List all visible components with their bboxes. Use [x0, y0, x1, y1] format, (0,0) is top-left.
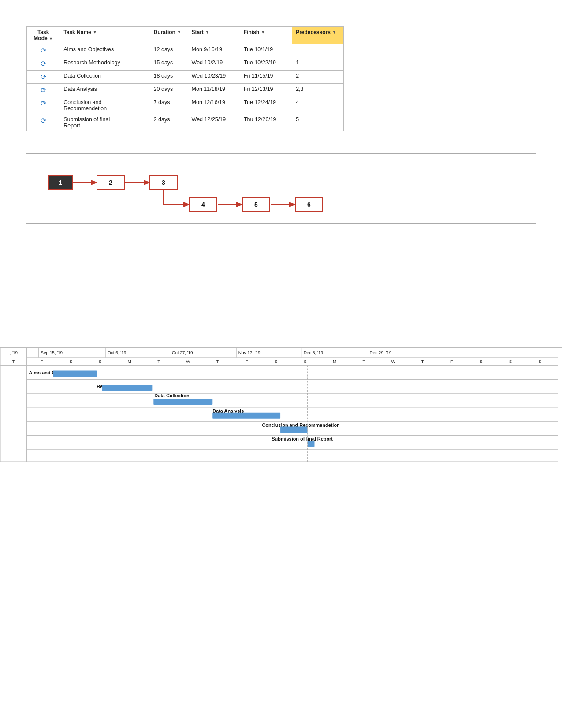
- task-name-cell: Data Collection: [60, 71, 150, 84]
- svg-text:T: T: [421, 359, 424, 364]
- predecessors-cell: 5: [292, 114, 344, 131]
- svg-text:S: S: [69, 359, 72, 364]
- task-mode-cell: ⟳: [27, 114, 60, 131]
- table-row: ⟳Research Methodology15 daysWed 10/2/19T…: [27, 57, 344, 71]
- svg-text:S: S: [275, 359, 278, 364]
- svg-text:Oct 27, '19: Oct 27, '19: [172, 350, 193, 355]
- start-cell: Mon 11/18/19: [188, 84, 240, 97]
- svg-text:S: S: [538, 359, 541, 364]
- svg-rect-8: [150, 175, 177, 190]
- svg-rect-12: [242, 198, 270, 212]
- svg-text:Submission of final Report: Submission of final Report: [272, 436, 333, 441]
- start-cell: Wed 10/23/19: [188, 71, 240, 84]
- predecessors-dropdown-arrow[interactable]: ▼: [332, 30, 336, 34]
- col-header-finish: Finish ▼: [240, 27, 292, 44]
- svg-rect-63: [53, 371, 97, 377]
- predecessors-cell: 1: [292, 57, 344, 71]
- col-header-start: Start ▼: [188, 27, 240, 44]
- col-header-task-mode: TaskMode ▼: [27, 27, 60, 44]
- svg-text:T: T: [216, 359, 219, 364]
- task-mode-icon: ⟳: [41, 60, 46, 67]
- finish-cell: Tue 10/1/19: [240, 44, 292, 57]
- task-name-cell: Data Analysis: [60, 84, 150, 97]
- task-name-dropdown-arrow[interactable]: ▼: [93, 30, 97, 34]
- svg-text:Dec 8, '19: Dec 8, '19: [304, 350, 324, 355]
- svg-rect-14: [295, 198, 323, 212]
- col-header-predecessors: Predecessors ▼: [292, 27, 344, 44]
- table-row: ⟳Conclusion and Recommendetion7 daysMon …: [27, 97, 344, 114]
- finish-cell: Thu 12/26/19: [240, 114, 292, 131]
- svg-text:W: W: [391, 359, 395, 364]
- task-mode-icon: ⟳: [41, 117, 46, 124]
- finish-dropdown-arrow[interactable]: ▼: [261, 30, 265, 34]
- svg-text:Sep 15, '19: Sep 15, '19: [41, 350, 63, 355]
- finish-cell: Fri 11/15/19: [240, 71, 292, 84]
- table-row: ⟳Data Collection18 daysWed 10/23/19Fri 1…: [27, 71, 344, 84]
- task-mode-cell: ⟳: [27, 57, 60, 71]
- col-header-task-name: Task Name ▼: [60, 27, 150, 44]
- task-name-cell: Conclusion and Recommendetion: [60, 97, 150, 114]
- svg-text:6: 6: [307, 201, 311, 208]
- svg-rect-31: [0, 358, 558, 366]
- svg-text:T: T: [363, 359, 365, 364]
- task-mode-dropdown-arrow[interactable]: ▼: [49, 37, 53, 41]
- finish-cell: Fri 12/13/19: [240, 84, 292, 97]
- svg-text:Nov 17, '19: Nov 17, '19: [238, 350, 261, 355]
- duration-cell: 20 days: [150, 84, 188, 97]
- svg-text:F: F: [450, 359, 453, 364]
- svg-text:5: 5: [254, 201, 258, 208]
- network-diagram-section: 1 2 3 4 5 6: [26, 153, 536, 224]
- svg-text:S: S: [99, 359, 102, 364]
- task-mode-cell: ⟳: [27, 97, 60, 114]
- svg-rect-73: [308, 441, 315, 447]
- svg-text:2: 2: [109, 179, 112, 186]
- svg-text:, '19: , '19: [10, 350, 18, 355]
- task-name-cell: Aims and Objectives: [60, 44, 150, 57]
- svg-rect-17: [0, 348, 558, 358]
- predecessors-cell: 4: [292, 97, 344, 114]
- task-mode-icon: ⟳: [41, 86, 46, 94]
- table-row: ⟳Submission of final Report2 daysWed 12/…: [27, 114, 344, 131]
- predecessors-cell: [292, 44, 344, 57]
- finish-cell: Tue 10/22/19: [240, 57, 292, 71]
- svg-rect-10: [190, 198, 217, 212]
- svg-rect-61: [0, 366, 27, 462]
- predecessors-cell: 2: [292, 71, 344, 84]
- svg-text:3: 3: [162, 179, 165, 186]
- start-cell: Wed 10/2/19: [188, 57, 240, 71]
- svg-text:M: M: [333, 359, 336, 364]
- svg-rect-6: [97, 175, 124, 190]
- task-name-cell: Submission of final Report: [60, 114, 150, 131]
- svg-text:Dec 29, '19: Dec 29, '19: [370, 350, 392, 355]
- task-mode-cell: ⟳: [27, 44, 60, 57]
- svg-text:M: M: [128, 359, 131, 364]
- duration-cell: 12 days: [150, 44, 188, 57]
- svg-text:4: 4: [201, 201, 205, 208]
- svg-rect-71: [280, 427, 308, 433]
- gantt-chart: , '19 Sep 15, '19 Oct 6, '19 Oct 27, '19…: [0, 347, 562, 462]
- task-mode-icon: ⟳: [41, 73, 46, 81]
- svg-text:S: S: [480, 359, 483, 364]
- svg-rect-66: [153, 399, 212, 405]
- start-cell: Wed 12/25/19: [188, 114, 240, 131]
- table-row: ⟳Aims and Objectives12 daysMon 9/16/19Tu…: [27, 44, 344, 57]
- duration-dropdown-arrow[interactable]: ▼: [177, 30, 181, 34]
- svg-rect-4: [48, 175, 72, 190]
- svg-text:W: W: [186, 359, 190, 364]
- svg-text:Data Collection: Data Collection: [154, 393, 189, 398]
- svg-text:T: T: [157, 359, 160, 364]
- task-table: TaskMode ▼ Task Name ▼ Duration ▼: [26, 26, 344, 131]
- start-cell: Mon 9/16/19: [188, 44, 240, 57]
- task-mode-cell: ⟳: [27, 71, 60, 84]
- svg-text:T: T: [12, 359, 15, 364]
- task-mode-cell: ⟳: [27, 84, 60, 97]
- task-mode-icon: ⟳: [41, 47, 46, 54]
- start-dropdown-arrow[interactable]: ▼: [205, 30, 209, 34]
- duration-cell: 2 days: [150, 114, 188, 131]
- svg-text:F: F: [246, 359, 248, 364]
- task-mode-icon: ⟳: [41, 100, 46, 107]
- duration-cell: 15 days: [150, 57, 188, 71]
- network-diagram: 1 2 3 4 5 6: [26, 163, 536, 220]
- svg-rect-69: [212, 413, 280, 419]
- finish-cell: Tue 12/24/19: [240, 97, 292, 114]
